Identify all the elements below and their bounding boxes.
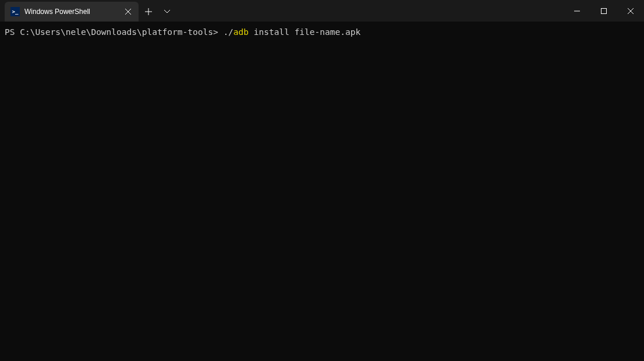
cmd-prefix: ./ <box>223 27 233 37</box>
maximize-icon <box>601 8 607 14</box>
tab-dropdown-button[interactable] <box>158 2 176 22</box>
new-tab-button[interactable] <box>139 2 158 22</box>
terminal-prompt: PS C:\Users\nele\Downloads\platform-tool… <box>5 27 223 37</box>
minimize-button[interactable] <box>564 0 590 22</box>
svg-rect-5 <box>601 8 607 13</box>
maximize-button[interactable] <box>590 0 617 22</box>
titlebar: >_ Windows PowerShell <box>0 0 644 22</box>
cmd-highlight: adb <box>233 27 249 37</box>
chevron-down-icon <box>164 9 170 15</box>
close-icon <box>125 9 131 15</box>
window-close-button[interactable] <box>617 0 644 22</box>
terminal-body[interactable]: PS C:\Users\nele\Downloads\platform-tool… <box>0 22 644 361</box>
tab-title: Windows PowerShell <box>24 8 119 16</box>
minimize-icon <box>574 8 580 14</box>
powershell-icon: >_ <box>10 7 20 16</box>
tabs-area: >_ Windows PowerShell <box>0 0 176 22</box>
plus-icon <box>145 8 152 15</box>
cmd-suffix: install file-name.apk <box>249 27 360 37</box>
tab-close-button[interactable] <box>123 7 133 16</box>
window-controls <box>564 0 644 22</box>
terminal-line: PS C:\Users\nele\Downloads\platform-tool… <box>5 26 639 38</box>
close-icon <box>628 8 634 14</box>
tab-powershell[interactable]: >_ Windows PowerShell <box>5 2 139 22</box>
